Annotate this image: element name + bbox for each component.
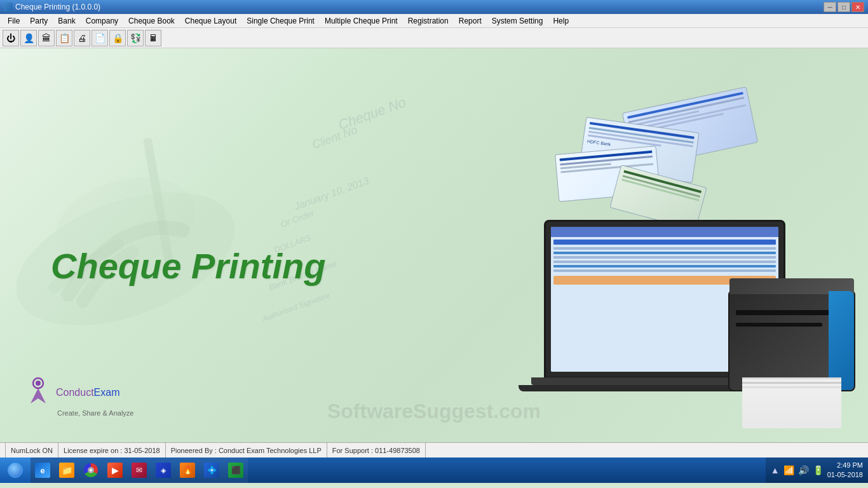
wm-date: January 10, 2013 [293,175,370,212]
taskbar-app1[interactable]: ◈ [151,458,175,483]
logo-symbol [25,376,51,409]
logo-tagline: Create, Share & Analyze [57,409,133,417]
toolbar-print2[interactable]: 🖨 [74,30,90,46]
screen-row [553,252,776,254]
status-numlock: NumLock ON [5,443,58,458]
menu-file[interactable]: File [3,15,25,27]
app-icon [4,3,13,11]
laptop-screen-header [551,227,778,237]
status-license: License expire on : 31-05-2018 [58,443,166,458]
taskbar-folder[interactable]: 📁 [55,458,79,483]
screen-row [553,265,776,268]
printer-body [728,290,855,391]
title-bar-left: Cheque Printing (1.0.0.0) [4,3,100,11]
windows-orb [8,463,23,478]
title-bar-controls: ─ □ ✕ [824,2,864,12]
menu-party[interactable]: Party [25,15,53,27]
hand-watermark [0,80,299,366]
start-button[interactable] [0,458,31,483]
toolbar-calculator[interactable]: 🖩 [145,30,161,46]
clock-date: 01-05-2018 [827,470,863,480]
logo-exam-text: Exam [94,387,120,398]
wm-client-no: Client No [311,123,360,152]
app1-icon: ◈ [156,463,171,478]
mail-icon: ✉ [132,463,147,478]
wm-signature: Authorised Signature [261,290,331,323]
taskbar-left: e 📁 ▶ ✉ ◈ 🔥 💠 ⬛ [0,458,248,483]
toolbar-lock[interactable]: 🔒 [109,30,126,46]
systray-battery[interactable]: 🔋 [813,465,824,475]
status-bar: NumLock ON License expire on : 31-05-201… [0,442,868,458]
maximize-button[interactable]: □ [837,2,850,12]
ie-icon: e [35,463,50,478]
printer-accent [829,291,854,390]
status-pioneered: Pioneered By : Conduct Exam Technologies… [166,443,327,458]
screen-row [553,256,776,259]
taskbar-mail[interactable]: ✉ [127,458,151,483]
wm-cheque-no: Cheque No [336,94,408,134]
toolbar-currency[interactable]: 💱 [127,30,144,46]
menu-bank[interactable]: Bank [53,15,80,27]
taskbar-app2[interactable]: 🔥 [175,458,200,483]
illustration-area: State Bank of India HDFC Bank [506,86,855,442]
wm-order: Or Order [279,208,315,229]
taskbar-ie[interactable]: e [31,458,55,483]
menu-system-setting[interactable]: System Setting [487,15,548,27]
clock-display[interactable]: 2:49 PM 01-05-2018 [827,461,863,480]
svg-point-4 [36,381,41,386]
app4-icon: ⬛ [228,463,243,478]
logo-conduct-text: Conduct [56,387,94,398]
menu-single-cheque-print[interactable]: Single Cheque Print [241,15,320,27]
taskbar-right: ▲ 📶 🔊 🔋 2:49 PM 01-05-2018 [766,458,868,483]
app2-icon: 🔥 [180,463,195,478]
menu-multiple-cheque-print[interactable]: Multiple Cheque Print [320,15,403,27]
folder-icon: 📁 [59,463,74,478]
taskbar-app4[interactable]: ⬛ [224,458,248,483]
software-suggest-watermark: SoftwareSuggest.com [327,400,541,423]
title-bar: Cheque Printing (1.0.0.0) ─ □ ✕ [0,0,868,14]
systray-volume[interactable]: 🔊 [798,465,809,475]
toolbar-clipboard[interactable]: 📋 [56,30,72,46]
clock-time: 2:49 PM [827,461,863,470]
main-content: Cheque No Client No January 10, 2013 Or … [0,48,868,442]
menu-report[interactable]: Report [454,15,487,27]
printer-paper [742,377,841,428]
menu-company[interactable]: Company [81,15,123,27]
toolbar-power[interactable]: ⏻ [3,30,19,46]
taskbar-video[interactable]: ▶ [103,458,127,483]
menu-registration[interactable]: Registration [403,15,454,27]
taskbar-app3[interactable]: 💠 [200,458,224,483]
status-support: For Support : 011-49873508 [327,443,426,458]
video-icon: ▶ [107,463,123,478]
company-logo-area: ConductExam Create, Share & Analyze [25,376,133,417]
close-button[interactable]: ✕ [851,2,864,12]
toolbar-party[interactable]: 👤 [20,30,37,46]
logo-icon-row: ConductExam [25,376,133,409]
menu-cheque-book[interactable]: Cheque Book [123,15,180,27]
toolbar: ⏻ 👤 🏛 📋 🖨 📄 🔒 💱 🖩 [0,28,868,48]
logo-text: ConductExam [56,387,120,398]
app3-icon: 💠 [204,463,219,478]
app-main-title: Cheque Printing [51,245,325,287]
menu-bar: File Party Bank Company Cheque Book Cheq… [0,14,868,28]
chrome-icon [84,463,98,477]
toolbar-bank[interactable]: 🏛 [38,30,55,46]
screen-row [553,269,776,272]
screen-row [553,261,776,263]
menu-help[interactable]: Help [548,15,574,27]
taskbar: e 📁 ▶ ✉ ◈ 🔥 💠 ⬛ ▲ 📶 🔊 � [0,458,868,483]
window-title: Cheque Printing (1.0.0.0) [15,3,100,11]
toolbar-document[interactable]: 📄 [92,30,108,46]
screen-row [553,247,776,250]
systray-network[interactable]: 📶 [783,465,794,475]
menu-cheque-layout[interactable]: Cheque Layout [180,15,241,27]
taskbar-chrome[interactable] [79,458,103,483]
minimize-button[interactable]: ─ [824,2,836,12]
systray-arrow[interactable]: ▲ [771,465,780,475]
